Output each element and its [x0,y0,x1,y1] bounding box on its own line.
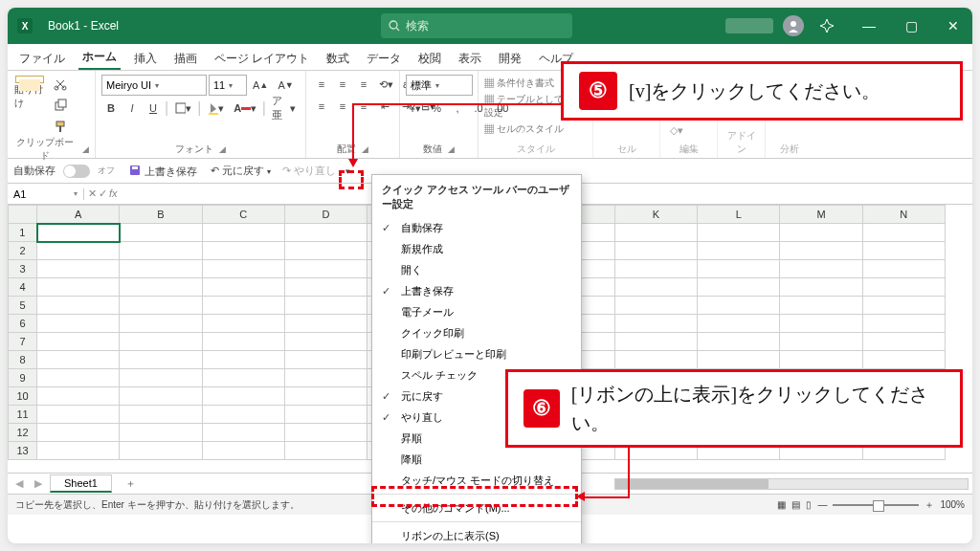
sheet-prev-button[interactable]: ◀ [11,477,27,490]
cell[interactable] [37,424,120,442]
font-size-combo[interactable]: 11▾ [209,75,247,96]
align-center-button[interactable]: ≡ [333,97,352,116]
cell[interactable] [862,224,945,242]
align-bottom-button[interactable]: ≡ [354,75,373,94]
clipboard-launcher[interactable]: ◢ [82,144,89,154]
cell[interactable] [862,242,945,260]
font-color-button[interactable]: A▾ [230,99,259,118]
account-avatar[interactable] [783,15,804,36]
indent-dec-button[interactable]: ⇤ [375,97,394,116]
cell[interactable] [698,351,780,369]
cell[interactable] [37,387,120,406]
cell[interactable] [780,242,862,260]
cell[interactable] [284,351,367,369]
row-header[interactable]: 12 [9,424,37,442]
cell[interactable] [37,406,120,424]
cell[interactable] [698,315,780,333]
cell[interactable] [202,242,284,260]
cell[interactable] [120,424,202,442]
bold-button[interactable]: B [101,99,121,118]
cell[interactable] [202,260,284,278]
clear-button[interactable]: ◇▾ [666,121,687,140]
menu-item[interactable]: 印刷プレビューと印刷 [372,343,581,364]
row-header[interactable]: 1 [9,224,37,242]
row-header[interactable]: 3 [9,260,37,278]
cell[interactable] [614,260,697,278]
save-button[interactable]: 上書き保存 [128,164,197,179]
cell[interactable] [862,260,945,278]
zoom-slider[interactable] [833,504,919,506]
row-header[interactable]: 7 [9,333,37,351]
cell[interactable] [862,278,945,297]
cell[interactable] [780,260,862,278]
cell[interactable] [120,242,202,260]
cell[interactable] [780,224,862,242]
cell[interactable] [202,424,284,442]
cell[interactable] [862,333,945,351]
cell[interactable] [780,315,862,333]
col-header[interactable]: K [614,206,697,224]
minimize-button[interactable]: — [850,8,888,44]
sheet-tab[interactable]: Sheet1 [50,474,112,493]
cell[interactable] [614,351,697,369]
cell[interactable] [780,333,862,351]
view-normal-icon[interactable]: ▦ [777,499,786,510]
align-top-button[interactable]: ≡ [312,75,331,94]
align-right-button[interactable]: ≡ [354,97,373,116]
cell[interactable] [37,351,120,369]
tab-挿入[interactable]: 挿入 [130,47,161,70]
cell[interactable] [37,278,120,297]
tab-表示[interactable]: 表示 [455,47,485,70]
cell[interactable] [37,442,120,460]
cell[interactable] [37,297,120,315]
cell[interactable] [284,424,367,442]
zoom-level[interactable]: 100% [940,499,965,510]
cell-styles-button[interactable]: ▦ セルのスタイル [484,122,564,136]
zoom-in-button[interactable]: ＋ [924,498,934,512]
fx-icon[interactable]: fx [109,187,118,200]
cell[interactable] [202,406,284,424]
cell[interactable] [37,260,120,278]
cell[interactable] [120,297,202,315]
cell[interactable] [284,442,367,460]
tab-校閲[interactable]: 校閲 [414,47,445,70]
tab-描画[interactable]: 描画 [170,47,201,70]
number-format-combo[interactable]: 標準▾ [406,75,473,96]
cell[interactable] [120,315,202,333]
cell[interactable] [120,333,202,351]
col-header[interactable]: L [698,206,780,224]
menu-show-above-ribbon[interactable]: リボンの上に表示(S) [372,525,581,543]
cell[interactable] [284,242,367,260]
cell[interactable] [780,351,862,369]
font-name-combo[interactable]: Meiryo UI▾ [101,75,207,96]
menu-item[interactable]: 新規作成 [372,238,581,259]
col-header[interactable]: D [284,206,367,224]
cell[interactable] [284,260,367,278]
menu-item[interactable]: 上書き保存 [372,280,581,301]
enter-formula-icon[interactable]: ✓ [99,187,107,200]
cell[interactable] [37,333,120,351]
sheet-next-button[interactable]: ▶ [31,477,46,490]
menu-item[interactable]: クイック印刷 [372,322,581,343]
cell[interactable] [120,224,202,242]
cell[interactable] [120,406,202,424]
tab-データ[interactable]: データ [363,47,405,70]
currency-button[interactable]: ¥▾ [406,99,425,118]
col-header[interactable]: B [120,206,202,224]
tab-開発[interactable]: 開発 [495,47,525,70]
search-box[interactable]: 検索 [381,13,572,38]
undo-button[interactable]: ↶ 元に戻す ▾ [211,164,271,178]
coming-soon-icon[interactable] [808,8,846,44]
cell[interactable] [284,333,367,351]
cut-button[interactable] [50,75,71,94]
autosave-toggle[interactable] [63,165,90,178]
cell[interactable] [698,297,780,315]
italic-button[interactable]: I [122,99,142,118]
name-box[interactable]: A1▾ [8,188,84,200]
paste-button[interactable]: 貼り付け [13,75,46,111]
cell[interactable] [120,369,202,387]
cell[interactable] [202,351,284,369]
align-left-button[interactable]: ≡ [312,97,331,116]
row-header[interactable]: 10 [9,387,37,406]
cell[interactable] [37,369,120,387]
